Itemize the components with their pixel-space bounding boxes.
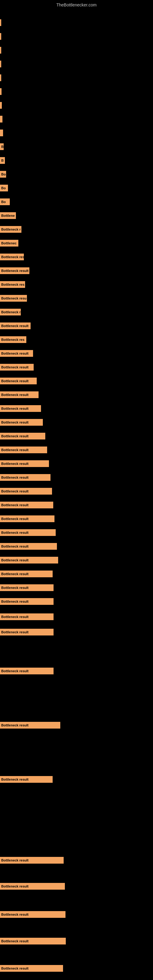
bar-row-17: Bottlenec [0,239,18,247]
bar-fill-34: Bottleneck result [0,474,51,481]
bar-row-22: Bottleneck r [0,308,21,317]
bar-row-27: Bottleneck result [0,377,37,385]
bar-row-13: Bo [0,184,8,192]
bar-fill-29: Bottleneck result [0,405,41,412]
bar-row-47: Bottleneck result [0,721,60,730]
bar-row-28: Bottleneck result [0,390,38,399]
bar-label-40: Bottleneck result [1,558,29,562]
bar-label-17: Bottlenec [1,241,16,245]
bar-label-52: Bottleneck result [1,939,29,943]
bar-label-14: Bo [1,200,6,204]
site-title: TheBottlenecker.com [56,2,97,7]
bar-label-39: Bottleneck result [1,544,29,548]
bar-fill-25: Bottleneck result [0,350,33,357]
bar-fill-22: Bottleneck r [0,309,21,315]
bar-fill-50: Bottleneck result [0,883,65,890]
bar-fill-53: Bottleneck result [0,965,63,972]
bar-fill-6 [0,88,2,95]
bar-row-25: Bottleneck result [0,349,33,358]
bar-row-12: Bo [0,170,6,178]
bar-fill-4 [0,60,1,67]
bar-fill-46: Bottleneck result [0,668,54,675]
bar-row-26: Bottleneck result [0,363,33,371]
bar-row-30: Bottleneck result [0,418,43,426]
bar-fill-36: Bottleneck result [0,502,53,508]
bar-fill-41: Bottleneck result [0,571,53,577]
bar-row-42: Bottleneck result [0,584,54,592]
bar-label-35: Bottleneck result [1,489,29,493]
bar-fill-43: Bottleneck result [0,598,54,605]
bar-row-40: Bottleneck result [0,556,58,565]
bar-label-18: Bottleneck res [1,255,24,259]
bar-fill-30: Bottleneck result [0,419,43,426]
bar-label-25: Bottleneck result [1,352,29,355]
bar-label-43: Bottleneck result [1,600,29,603]
bar-label-13: Bo [1,186,6,190]
bar-fill-3 [0,47,1,54]
bar-label-37: Bottleneck result [1,517,29,520]
bar-row-36: Bottleneck result [0,501,53,509]
bar-row-29: Bottleneck result [0,404,41,413]
bar-fill-9 [0,130,3,136]
bar-label-21: Bottleneck resu [1,296,27,300]
bar-fill-12: Bo [0,171,6,178]
bar-fill-52: Bottleneck result [0,938,66,945]
bar-fill-49: Bottleneck result [0,857,64,864]
bar-fill-45: Bottleneck result [0,629,54,635]
bar-fill-44: Bottleneck result [0,613,54,620]
bar-row-38: Bottleneck result [0,528,56,537]
bar-label-42: Bottleneck result [1,586,29,590]
bar-label-33: Bottleneck result [1,462,29,466]
bar-label-34: Bottleneck result [1,476,29,479]
bar-row-7 [0,101,2,110]
bar-fill-20: Bottleneck res [0,281,25,288]
bar-label-49: Bottleneck result [1,858,29,862]
bar-row-31: Bottleneck result [0,432,45,441]
bar-label-16: Bottleneck r [1,228,21,231]
bar-row-49: Bottleneck result [0,856,64,865]
bar-fill-19: Bottleneck result [0,267,29,274]
bar-fill-11: B [0,157,5,164]
bar-row-16: Bottleneck r [0,225,21,234]
bar-label-27: Bottleneck result [1,379,29,383]
bar-label-53: Bottleneck result [1,967,29,970]
bar-label-50: Bottleneck result [1,885,29,888]
bar-row-4 [0,60,1,68]
bar-label-12: Bo [1,172,6,176]
bar-fill-26: Bottleneck result [0,364,33,371]
bar-label-24: Bottleneck res [1,338,24,342]
bar-row-1 [0,18,1,27]
bar-fill-1 [0,19,1,26]
bar-row-44: Bottleneck result [0,612,54,621]
bar-row-32: Bottleneck result [0,445,47,454]
bar-fill-13: Bo [0,185,8,191]
bar-row-52: Bottleneck result [0,937,66,945]
bar-fill-32: Bottleneck result [0,447,47,453]
bar-row-21: Bottleneck resu [0,294,27,302]
bar-fill-2 [0,33,1,40]
bar-label-36: Bottleneck result [1,503,29,507]
bar-fill-42: Bottleneck result [0,584,54,591]
bar-label-22: Bottleneck r [1,310,21,314]
bar-row-20: Bottleneck res [0,280,25,289]
bar-label-38: Bottleneck result [1,531,29,535]
bar-fill-23: Bottleneck result [0,323,30,329]
bar-fill-21: Bottleneck resu [0,295,27,302]
bar-row-10: B [0,142,4,151]
bar-label-10: B [1,145,4,148]
bar-label-30: Bottleneck result [1,420,29,424]
bar-label-29: Bottleneck result [1,407,29,410]
bar-row-23: Bottleneck result [0,321,30,330]
bar-label-51: Bottleneck result [1,913,29,916]
bar-fill-48: Bottleneck result [0,776,53,783]
bar-row-51: Bottleneck result [0,910,65,919]
bar-label-44: Bottleneck result [1,615,29,619]
bar-row-11: B [0,156,5,165]
bar-row-46: Bottleneck result [0,667,54,675]
bar-row-6 [0,87,2,96]
bar-row-41: Bottleneck result [0,570,53,578]
bar-fill-51: Bottleneck result [0,911,65,918]
bar-row-9 [0,129,3,137]
bar-label-15: Bottlene [1,214,15,218]
bar-row-48: Bottleneck result [0,775,53,784]
